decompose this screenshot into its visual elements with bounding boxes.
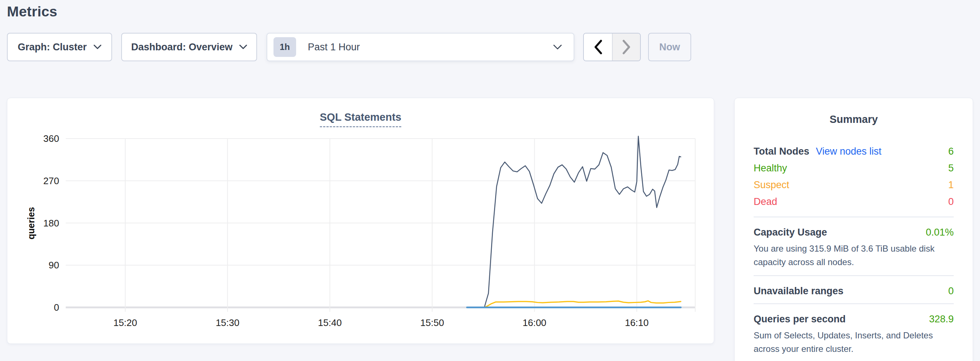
svg-text:15:40: 15:40 [318,317,342,328]
svg-text:15:20: 15:20 [113,317,137,328]
queries-per-second-label: Queries per second [754,314,846,325]
total-nodes-value: 6 [948,146,954,157]
next-time-button[interactable] [612,33,640,60]
graph-dropdown-label: Graph: Cluster [18,41,86,53]
chevron-down-icon [553,44,562,50]
queries-per-second-value: 328.9 [929,314,954,325]
queries-per-second-section: Queries per second 328.9 Sum of Selects,… [754,314,954,356]
svg-text:90: 90 [49,260,59,271]
svg-text:queries: queries [26,207,36,239]
total-nodes-row: Total Nodes View nodes list 6 [754,143,954,160]
suspect-value: 1 [948,179,954,191]
chevron-left-icon [593,39,603,55]
queries-per-second-description: Sum of Selects, Updates, Inserts, and De… [754,329,954,356]
metrics-page: Metrics Graph: Cluster Dashboard: Overvi… [0,0,980,361]
time-step-control [583,33,641,61]
capacity-usage-value: 0.01% [926,227,954,238]
divider [754,275,954,276]
time-range-label: Past 1 Hour [308,41,360,53]
dead-label: Dead [754,196,777,207]
chevron-down-icon [94,44,102,50]
healthy-label: Healthy [754,163,787,174]
capacity-usage-description: You are using 315.9 MiB of 3.6 TiB usabl… [754,242,954,269]
dead-value: 0 [948,196,954,207]
unavailable-ranges-value: 0 [948,285,954,297]
healthy-nodes-row: Healthy 5 [754,160,954,176]
unavailable-ranges-section: Unavailable ranges 0 [754,285,954,297]
dashboard-dropdown[interactable]: Dashboard: Overview [121,33,257,61]
chevron-right-icon [622,39,631,55]
time-range-selector[interactable]: 1h Past 1 Hour [267,33,574,61]
svg-text:0: 0 [54,302,59,313]
prev-time-button[interactable] [584,33,612,60]
total-nodes-label: Total Nodes [754,146,810,157]
suspect-label: Suspect [754,179,789,191]
controls-row: Graph: Cluster Dashboard: Overview 1h Pa… [7,33,973,61]
suspect-nodes-row: Suspect 1 [754,176,954,193]
svg-text:15:30: 15:30 [216,317,240,328]
dead-nodes-row: Dead 0 [754,193,954,210]
chevron-down-icon [239,44,247,50]
capacity-usage-section: Capacity Usage 0.01% You are using 315.9… [754,227,954,269]
summary-title: Summary [754,113,954,125]
unavailable-ranges-label: Unavailable ranges [754,285,843,297]
view-nodes-list-link[interactable]: View nodes list [816,146,882,157]
svg-text:15:50: 15:50 [420,317,444,328]
svg-text:270: 270 [43,176,59,186]
content-area: SQL Statements 09018027036015:2015:3015:… [7,98,973,361]
svg-text:16:10: 16:10 [625,317,649,328]
healthy-value: 5 [948,163,954,174]
divider [754,217,954,217]
graph-dropdown[interactable]: Graph: Cluster [7,33,112,61]
capacity-usage-label: Capacity Usage [754,227,827,238]
summary-panel: Summary Total Nodes View nodes list 6 He… [734,98,973,361]
svg-text:16:00: 16:00 [522,317,546,328]
chart-title-row: SQL Statements [7,98,714,129]
chart-title[interactable]: SQL Statements [320,111,401,127]
time-range-badge: 1h [274,37,296,57]
dashboard-dropdown-label: Dashboard: Overview [131,41,232,53]
now-button[interactable]: Now [648,33,691,61]
page-title: Metrics [7,4,973,20]
svg-text:360: 360 [43,133,59,144]
sql-statements-panel: SQL Statements 09018027036015:2015:3015:… [7,98,714,344]
divider [754,303,954,304]
sql-statements-chart: 09018027036015:2015:3015:4015:5016:0016:… [7,129,714,331]
node-status-list: Total Nodes View nodes list 6 Healthy 5 … [754,143,954,210]
svg-text:180: 180 [43,218,59,229]
